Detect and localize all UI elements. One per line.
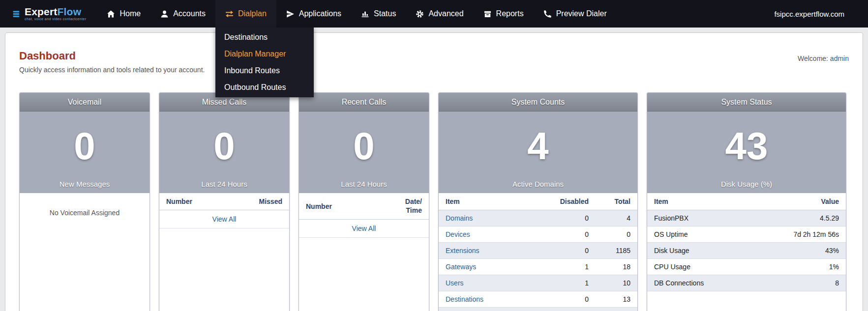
table-cell: 1 [542,279,589,287]
table-cell: 0 [542,214,589,222]
active-domains-count: 4 [439,112,637,180]
table-cell: FusionPBX [654,214,747,222]
page-header: Dashboard Quickly access information and… [19,33,849,74]
table-cell: Destinations [446,295,542,303]
column-header: Item [446,198,542,205]
table-cell: 43% [747,247,839,254]
dashboard-cards: Voicemail 0 New Messages No Voicemail As… [19,92,849,311]
nav-item-preview-dialer[interactable]: Preview Dialer [534,0,617,28]
menu-item-destinations[interactable]: Destinations [215,29,314,46]
nav-item-advanced[interactable]: Advanced [406,0,473,28]
content-panel: Dashboard Quickly access information and… [5,32,863,311]
table-cell: 0 [542,230,589,238]
table-cell: 0 [542,247,589,254]
archive-box-icon [483,10,492,18]
item-link[interactable]: Users [446,279,464,287]
item-link[interactable]: Devices [446,230,470,238]
table-row: Extensions01185 [439,243,637,259]
recent-calls-count: 0 [299,112,429,180]
item-link[interactable]: Destinations [446,295,483,303]
menu-item-inbound-routes[interactable]: Inbound Routes [215,62,314,79]
nav-item-status[interactable]: Status [351,0,406,28]
card-title: Voicemail [20,93,150,112]
table-cell: Disk Usage [654,247,747,254]
nav-item-dialplan[interactable]: Dialplan Destinations Dialplan Manager I… [215,0,276,28]
card-title: System Status [647,93,846,112]
nav-item-label: Status [374,9,396,18]
recent-calls-count-label: Last 24 Hours [299,180,429,193]
table-cell: 0 [589,230,630,238]
menu-item-dialplan-manager[interactable]: Dialplan Manager [215,46,314,62]
table-row: OS Uptime7d 2h 12m 56s [647,226,846,243]
item-link[interactable]: Gateways [446,263,476,271]
logo-text-flow: Flow [58,6,82,17]
shuffle-icon [225,10,234,18]
table-cell: 0 [542,295,589,303]
table-cell: DB Connections [654,279,747,287]
card-missed-calls: Missed Calls 0 Last 24 Hours Number Miss… [159,92,290,311]
table-cell: Domains [446,214,542,222]
home-icon [107,10,115,18]
nav-item-home[interactable]: Home [97,0,150,28]
dialplan-dropdown: Destinations Dialplan Manager Inbound Ro… [215,28,314,97]
recent-calls-table-header: Number Date/Time [299,193,429,220]
table-cell: 1 [542,263,589,271]
system-status-table-header: Item Value [647,193,846,210]
table-row: CPU Usage1% [647,259,846,275]
table-cell: CPU Usage [654,263,747,271]
missed-calls-table-header: Number Missed [159,193,289,210]
voicemail-count: 0 [20,112,150,180]
view-all-link[interactable]: View All [352,225,376,232]
table-cell: 1% [747,263,839,271]
system-status-hero: 43 Disk Usage (%) [647,112,846,193]
page-subtitle: Quickly access information and tools rel… [19,66,205,74]
nav-item-label: Home [120,9,141,18]
table-cell: 1185 [589,247,630,254]
disk-usage-count: 43 [647,112,846,180]
phone-icon [543,10,552,18]
column-header: Missed [259,198,282,205]
logo[interactable]: ExpertFlow chat, voice and video contact… [13,7,86,21]
table-cell: 18 [589,263,630,271]
card-voicemail: Voicemail 0 New Messages No Voicemail As… [19,92,150,311]
missed-calls-hero: 0 Last 24 Hours [159,112,289,193]
main-menu: Home Accounts Dialplan Destinations Dial… [97,0,616,28]
paper-plane-icon [286,10,295,18]
table-row: DB Connections8 [647,275,846,291]
nav-item-applications[interactable]: Applications [276,0,351,28]
item-link[interactable]: Extensions [446,247,479,254]
nav-item-accounts[interactable]: Accounts [150,0,215,28]
voicemail-empty-message: No Voicemail Assigned [20,193,150,217]
nav-item-reports[interactable]: Reports [474,0,534,28]
column-header: Value [747,198,839,205]
table-cell: Users [446,279,542,287]
card-title: System Counts [439,93,637,112]
column-header: Number [306,202,401,210]
card-system-counts: System Counts 4 Active Domains Item Disa… [438,92,638,311]
column-header: Disabled [542,198,589,205]
menu-item-outbound-routes[interactable]: Outbound Routes [215,79,314,96]
welcome-user-link[interactable]: admin [830,55,849,62]
logo-name: ExpertFlow [25,7,86,17]
page-title: Dashboard [19,50,205,62]
column-header: Number [166,198,259,205]
table-row: CC Queues012 [439,308,637,311]
user-icon [160,10,169,18]
nav-item-label: Reports [496,9,524,18]
nav-item-label: Preview Dialer [556,9,607,18]
table-row: Gateways118 [439,259,637,275]
voicemail-count-label: New Messages [20,180,150,193]
table-cell: Extensions [446,247,542,254]
top-nav: ExpertFlow chat, voice and video contact… [0,0,868,28]
table-row: Devices00 [439,226,637,243]
system-counts-hero: 4 Active Domains [439,112,637,193]
voicemail-hero: 0 New Messages [20,112,150,193]
card-recent-calls: Recent Calls 0 Last 24 Hours Number Date… [299,92,429,311]
item-link[interactable]: Domains [446,214,473,222]
welcome-label: Welcome: [798,55,828,62]
table-row: FusionPBX4.5.29 [647,210,846,226]
view-all-link[interactable]: View All [212,215,237,223]
domain-label: fsipcc.expertflow.com [774,10,868,18]
column-header: Total [589,198,630,205]
logo-text-expert: Expert [25,6,58,17]
